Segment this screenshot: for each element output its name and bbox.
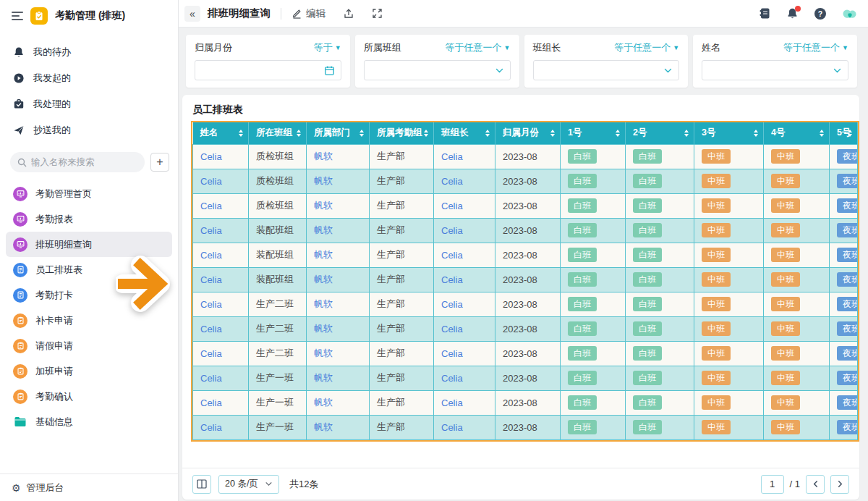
cell-姓名[interactable]: Celia	[193, 169, 249, 193]
column-header-所在班组[interactable]: 所在班组	[249, 122, 307, 144]
admin-backend-entry[interactable]: ⚙ 管理后台	[0, 473, 178, 501]
cell-班组长[interactable]: Celia	[434, 267, 495, 292]
sidebar-item-排班明细查询[interactable]: 排班明细查询	[6, 232, 172, 257]
cell-姓名[interactable]: Celia	[193, 415, 249, 439]
column-header-归属月份[interactable]: 归属月份	[495, 122, 561, 144]
cell-姓名[interactable]: Celia	[193, 390, 249, 415]
next-page-button[interactable]	[830, 475, 849, 494]
add-button[interactable]: +	[150, 153, 169, 172]
sort-icon[interactable]	[550, 130, 555, 137]
share-button[interactable]	[343, 8, 354, 20]
cell-所属部门[interactable]: 帆软	[307, 144, 370, 169]
cell-班组长[interactable]: Celia	[434, 390, 495, 415]
sort-icon[interactable]	[485, 130, 490, 137]
column-header-5号[interactable]: 5号	[830, 122, 858, 144]
hamburger-menu-icon[interactable]	[12, 12, 23, 20]
sidebar-item-加班申请[interactable]: 加班申请	[6, 358, 172, 384]
nav-my-todo[interactable]: 我的待办	[0, 39, 178, 65]
cell-所属部门[interactable]: 帆软	[307, 366, 370, 390]
user-avatar[interactable]	[842, 7, 858, 20]
name-select[interactable]	[702, 60, 848, 80]
fullscreen-button[interactable]	[372, 8, 383, 19]
cell-所属部门[interactable]: 帆软	[307, 218, 370, 243]
help-button[interactable]: ?	[814, 7, 827, 20]
cell-所属部门[interactable]: 帆软	[307, 316, 370, 341]
cell-班组长[interactable]: Celia	[434, 144, 495, 169]
sidebar-item-补卡申请[interactable]: 补卡申请	[6, 308, 172, 333]
nav-cc-to-me[interactable]: 抄送我的	[0, 117, 178, 143]
filter-condition-dropdown[interactable]: 等于任意一个▼	[614, 41, 679, 54]
current-page-input[interactable]: 1	[761, 475, 784, 494]
sort-icon[interactable]	[848, 130, 852, 137]
table-settings-button[interactable]	[192, 475, 211, 494]
cell-姓名[interactable]: Celia	[193, 292, 249, 316]
collapse-sidebar-button[interactable]: «	[184, 6, 200, 22]
cell-所属部门[interactable]: 帆软	[307, 415, 370, 439]
cell-所属部门[interactable]: 帆软	[307, 169, 370, 193]
cell-所属部门[interactable]: 帆软	[307, 243, 370, 267]
nav-my-initiated[interactable]: 我发起的	[0, 65, 178, 91]
cell-班组长[interactable]: Celia	[434, 366, 495, 390]
sidebar-item-考勤管理首页[interactable]: 考勤管理首页	[6, 181, 172, 206]
sort-icon[interactable]	[359, 130, 364, 137]
notifications-button[interactable]	[786, 7, 799, 20]
cell-姓名[interactable]: Celia	[193, 316, 249, 341]
sidebar-item-员工排班表[interactable]: 员工排班表	[6, 257, 172, 282]
cell-班组长[interactable]: Celia	[434, 316, 495, 341]
sort-icon[interactable]	[424, 130, 428, 137]
cell-姓名[interactable]: Celia	[193, 218, 249, 243]
filter-condition-dropdown[interactable]: 等于▼	[314, 41, 341, 54]
sidebar-item-基础信息[interactable]: 基础信息	[6, 409, 172, 434]
cell-姓名[interactable]: Celia	[193, 243, 249, 267]
prev-page-button[interactable]	[806, 475, 825, 494]
cell-day-1: 白班	[561, 169, 626, 193]
team-select[interactable]	[364, 60, 511, 80]
cell-所属部门[interactable]: 帆软	[307, 193, 370, 218]
filter-condition-dropdown[interactable]: 等于任意一个▼	[783, 41, 848, 54]
sort-icon[interactable]	[616, 130, 620, 137]
leader-select[interactable]	[533, 60, 680, 80]
cell-班组长[interactable]: Celia	[434, 415, 495, 439]
column-header-姓名[interactable]: 姓名	[193, 122, 249, 144]
sidebar-item-考勤打卡[interactable]: 考勤打卡	[6, 282, 172, 308]
sidebar-item-考勤报表[interactable]: 考勤报表	[6, 206, 172, 232]
cell-班组长[interactable]: Celia	[434, 218, 495, 243]
column-header-班组长[interactable]: 班组长	[434, 122, 495, 144]
cell-姓名[interactable]: Celia	[193, 144, 249, 169]
column-header-所属考勤组[interactable]: 所属考勤组	[370, 122, 434, 144]
nav-my-processed[interactable]: 我处理的	[0, 91, 178, 117]
cell-所属部门[interactable]: 帆软	[307, 267, 370, 292]
sort-icon[interactable]	[239, 130, 243, 137]
sort-icon[interactable]	[754, 130, 758, 137]
cell-所属部门[interactable]: 帆软	[307, 292, 370, 316]
cell-姓名[interactable]: Celia	[193, 341, 249, 366]
cell-所属部门[interactable]: 帆软	[307, 390, 370, 415]
column-header-1号[interactable]: 1号	[561, 122, 626, 144]
cell-班组长[interactable]: Celia	[434, 169, 495, 193]
cell-班组长[interactable]: Celia	[434, 292, 495, 316]
cell-班组长[interactable]: Celia	[434, 341, 495, 366]
address-book-button[interactable]	[759, 7, 771, 20]
sidebar-item-请假申请[interactable]: 请假申请	[6, 333, 172, 358]
cell-姓名[interactable]: Celia	[193, 193, 249, 218]
page-size-select[interactable]: 20 条/页	[218, 475, 279, 494]
sort-icon[interactable]	[820, 130, 824, 137]
column-header-4号[interactable]: 4号	[764, 122, 830, 144]
cell-姓名[interactable]: Celia	[193, 366, 249, 390]
edit-button[interactable]: 编辑	[292, 7, 326, 20]
cell-班组长[interactable]: Celia	[434, 243, 495, 267]
cell-班组长[interactable]: Celia	[434, 193, 495, 218]
search-box[interactable]	[10, 152, 145, 172]
cell-所属部门[interactable]: 帆软	[307, 341, 370, 366]
sidebar-item-考勤确认[interactable]: 考勤确认	[6, 384, 172, 409]
search-input[interactable]	[31, 157, 118, 167]
month-input[interactable]	[195, 60, 341, 80]
table-row: Celia质检班组帆软生产部Celia2023-08白班白班中班中班夜班	[193, 193, 858, 218]
sort-icon[interactable]	[684, 130, 689, 137]
sort-icon[interactable]	[297, 130, 301, 137]
cell-姓名[interactable]: Celia	[193, 267, 249, 292]
column-header-2号[interactable]: 2号	[626, 122, 694, 144]
filter-condition-dropdown[interactable]: 等于任意一个▼	[446, 41, 511, 54]
column-header-3号[interactable]: 3号	[694, 122, 764, 144]
column-header-所属部门[interactable]: 所属部门	[307, 122, 370, 144]
